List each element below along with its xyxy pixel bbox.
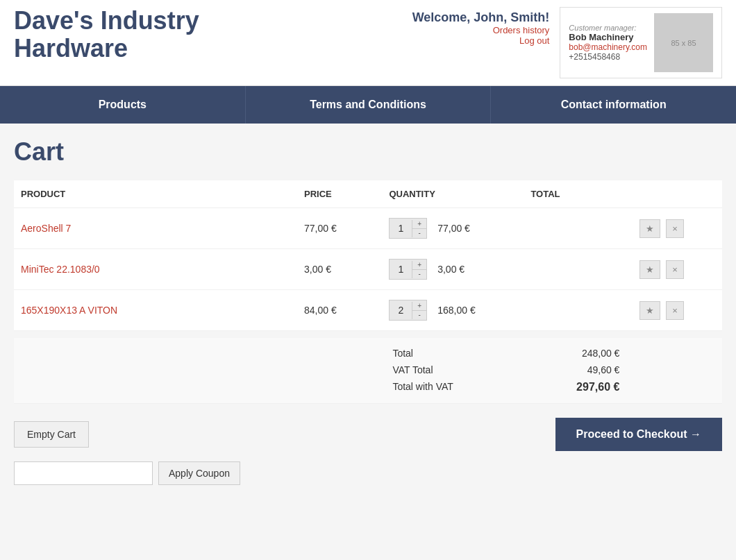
qty-control: 2 + - 168,00 € <box>389 300 517 321</box>
total-value: 248,00 € <box>582 348 620 359</box>
product-total-cell <box>524 290 630 331</box>
qty-buttons: + - <box>412 220 426 237</box>
qty-increase-button[interactable]: + <box>412 302 426 311</box>
qty-value: 1 <box>390 219 412 238</box>
col-header-product: PRODUCT <box>14 180 297 208</box>
col-header-quantity: QUANTITY <box>382 180 524 208</box>
nav-bar: Products Terms and Conditions Contact in… <box>0 86 736 124</box>
vat-label: VAT Total <box>392 364 433 375</box>
logo: Dave's Industry Hardware <box>14 7 292 62</box>
product-name-cell: MiniTec 22.1083/0 <box>14 249 297 290</box>
nav-item-terms[interactable]: Terms and Conditions <box>246 86 492 124</box>
apply-coupon-button[interactable]: Apply Coupon <box>158 461 240 485</box>
col-header-total: TOTAL <box>524 180 630 208</box>
qty-increase-button[interactable]: + <box>412 220 426 229</box>
product-total-cell <box>524 249 630 290</box>
product-price-cell: 77,00 € <box>297 208 382 249</box>
coupon-section: Apply Coupon <box>14 461 722 485</box>
total-vat-value: 297,60 € <box>576 381 619 393</box>
checkout-button[interactable]: Proceed to Checkout → <box>555 418 722 451</box>
qty-value: 2 <box>390 300 412 320</box>
table-row: 165X190X13 A VITON 84,00 € 2 + - 168,00 … <box>14 290 722 331</box>
header-right: Welcome, John, Smith! Orders history Log… <box>412 7 722 78</box>
qty-decrease-button[interactable]: - <box>412 270 426 278</box>
product-link-minitec[interactable]: MiniTec 22.1083/0 <box>21 264 100 275</box>
orders-history-link[interactable]: Orders history <box>412 25 550 35</box>
customer-manager-label: Customer manager: <box>569 24 647 32</box>
qty-buttons: + - <box>412 302 426 319</box>
product-link-aeroshell[interactable]: AeroShell 7 <box>21 223 71 234</box>
product-qty-cell: 1 + - 77,00 € <box>382 208 524 249</box>
customer-manager-name: Bob Machinery <box>569 32 647 42</box>
spacer-row <box>14 331 722 339</box>
col-header-actions <box>630 180 722 208</box>
row-total: 168,00 € <box>437 305 476 316</box>
product-total-cell <box>524 208 630 249</box>
qty-box: 2 + - <box>389 300 427 321</box>
product-actions-cell: ★ × <box>630 208 722 249</box>
cart-table: PRODUCT PRICE QUANTITY TOTAL AeroShell 7… <box>14 180 722 404</box>
qty-decrease-button[interactable]: - <box>412 229 426 237</box>
remove-button[interactable]: × <box>666 219 684 238</box>
remove-button[interactable]: × <box>666 301 684 320</box>
totals-total-label: Total 248,00 € VAT Total 49,60 € Total w… <box>382 338 630 404</box>
product-price-cell: 84,00 € <box>297 290 382 331</box>
product-actions-cell: ★ × <box>630 249 722 290</box>
product-qty-cell: 2 + - 168,00 € <box>382 290 524 331</box>
totals-row-total: Total 248,00 € VAT Total 49,60 € Total w… <box>14 338 722 404</box>
customer-manager-email: bob@machinery.com <box>569 42 647 52</box>
table-row: MiniTec 22.1083/0 3,00 € 1 + - 3,00 € <box>14 249 722 290</box>
product-price-cell: 3,00 € <box>297 249 382 290</box>
save-for-later-button[interactable]: ★ <box>639 219 660 238</box>
product-link-viton[interactable]: 165X190X13 A VITON <box>21 305 117 316</box>
product-actions-cell: ★ × <box>630 290 722 331</box>
customer-manager-info: Customer manager: Bob Machinery bob@mach… <box>569 24 647 62</box>
customer-manager-phone: +2515458468 <box>569 52 647 62</box>
qty-box: 1 + - <box>389 218 427 239</box>
col-header-price: PRICE <box>297 180 382 208</box>
row-total: 77,00 € <box>437 223 470 234</box>
table-row: AeroShell 7 77,00 € 1 + - 77,00 € <box>14 208 722 249</box>
qty-buttons: + - <box>412 261 426 278</box>
qty-decrease-button[interactable]: - <box>412 311 426 319</box>
product-name-cell: AeroShell 7 <box>14 208 297 249</box>
empty-cart-button[interactable]: Empty Cart <box>14 421 89 448</box>
save-for-later-button[interactable]: ★ <box>639 301 660 320</box>
product-qty-cell: 1 + - 3,00 € <box>382 249 524 290</box>
nav-item-products[interactable]: Products <box>0 86 246 124</box>
logout-link[interactable]: Log out <box>412 35 550 46</box>
vat-value: 49,60 € <box>587 364 620 375</box>
coupon-input[interactable] <box>14 461 153 485</box>
page-content: Cart PRODUCT PRICE QUANTITY TOTAL AeroSh… <box>0 124 736 499</box>
qty-increase-button[interactable]: + <box>412 261 426 270</box>
cart-actions: Empty Cart Proceed to Checkout → <box>14 418 722 451</box>
total-label: Total <box>392 348 413 359</box>
row-total: 3,00 € <box>437 264 465 275</box>
qty-control: 1 + - 3,00 € <box>389 259 517 280</box>
total-vat-label: Total with VAT <box>392 381 453 393</box>
remove-button[interactable]: × <box>666 260 684 279</box>
product-name-cell: 165X190X13 A VITON <box>14 290 297 331</box>
welcome-text: Welcome, John, Smith! <box>412 10 550 25</box>
qty-control: 1 + - 77,00 € <box>389 218 517 239</box>
qty-value: 1 <box>390 260 412 279</box>
header: Dave's Industry Hardware Welcome, John, … <box>0 0 736 86</box>
customer-manager-box: Customer manager: Bob Machinery bob@mach… <box>560 7 722 78</box>
qty-box: 1 + - <box>389 259 427 280</box>
save-for-later-button[interactable]: ★ <box>639 260 660 279</box>
page-title: Cart <box>14 137 722 167</box>
welcome-section: Welcome, John, Smith! Orders history Log… <box>412 7 550 46</box>
avatar: 85 x 85 <box>654 13 713 72</box>
nav-item-contact[interactable]: Contact information <box>491 86 736 124</box>
